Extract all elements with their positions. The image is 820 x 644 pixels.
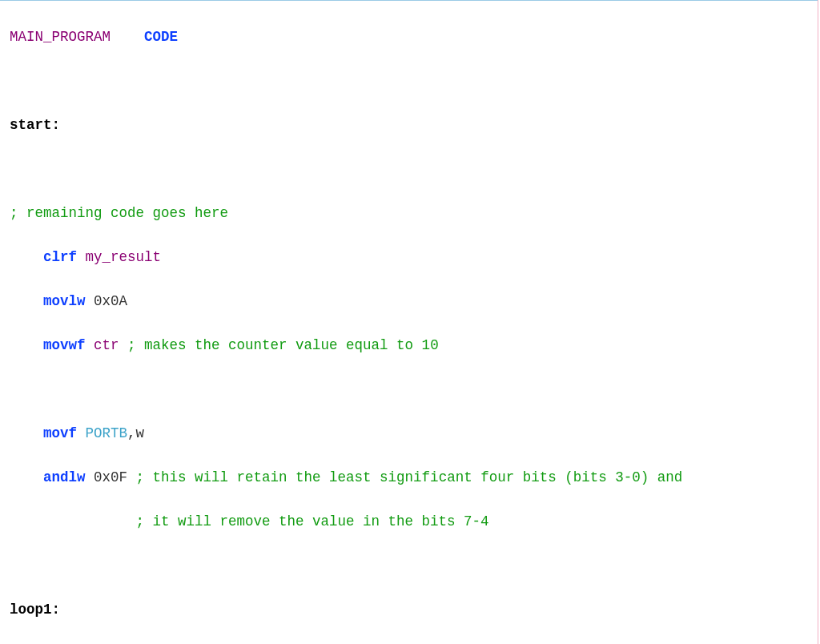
spacer — [77, 249, 86, 265]
indent — [10, 337, 43, 353]
indent — [10, 249, 43, 265]
label: loop1: — [10, 602, 60, 618]
spacer — [86, 337, 94, 353]
code-line: movwf ctr ; makes the counter value equa… — [10, 335, 820, 356]
label: start: — [10, 117, 60, 133]
code-line: MAIN_PROGRAM CODE — [10, 26, 820, 48]
literal: 0x0A — [94, 293, 127, 309]
opcode: clrf — [43, 249, 77, 265]
spacer — [77, 425, 86, 441]
comment: ; makes the counter value equal to 10 — [119, 337, 439, 353]
comment: ; it will remove the value in the bits 7… — [136, 513, 489, 529]
directive: CODE — [144, 29, 178, 45]
directive: MAIN_PROGRAM — [10, 29, 111, 45]
opcode: movwf — [43, 337, 86, 353]
blank-line — [10, 70, 820, 92]
code-line: loop1: — [10, 599, 820, 621]
code-line: ; it will remove the value in the bits 7… — [10, 511, 820, 533]
blank-line — [10, 379, 820, 400]
comment: ; remaining code goes here — [10, 205, 228, 221]
code-line: andlw 0x0F ; this will retain the least … — [10, 467, 820, 489]
identifier: my_result — [86, 249, 162, 265]
indent — [10, 513, 136, 529]
opcode: movf — [43, 425, 77, 441]
spacer — [86, 469, 94, 485]
code-line: start: — [10, 115, 820, 136]
spacer — [86, 293, 94, 309]
opcode: movlw — [43, 293, 86, 309]
register: PORTB — [86, 425, 128, 441]
operand-tail: ,w — [127, 425, 144, 441]
indent — [10, 469, 43, 485]
code-line: clrf my_result — [10, 247, 820, 268]
comment: ; this will retain the least significant… — [127, 469, 682, 485]
code-line: movlw 0x0A — [10, 291, 820, 312]
blank-line — [10, 555, 820, 577]
literal: 0x0F — [94, 469, 127, 485]
identifier: ctr — [94, 337, 119, 353]
opcode: andlw — [43, 469, 86, 485]
blank-line — [10, 159, 820, 180]
code-line: movf PORTB,w — [10, 423, 820, 445]
indent — [10, 425, 43, 441]
code-line: ; remaining code goes here — [10, 203, 820, 224]
spacer — [111, 29, 144, 45]
indent — [10, 293, 43, 309]
code-editor[interactable]: MAIN_PROGRAM CODE start: ; remaining cod… — [0, 0, 820, 644]
